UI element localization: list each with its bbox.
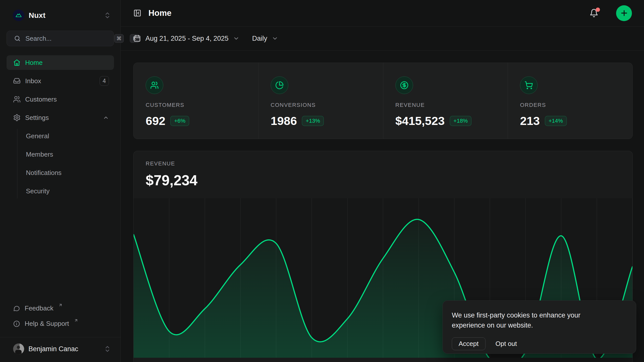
period-label: Daily	[252, 35, 267, 42]
shopping-cart-icon	[520, 76, 538, 94]
pie-chart-icon	[271, 76, 288, 94]
calendar-icon	[133, 35, 141, 42]
main-panel: Home Aug 21, 2025 - Sep 4, 2025 Daily	[121, 0, 644, 362]
sidebar-item-notifications[interactable]: Notifications	[26, 165, 114, 180]
stat-tile-conversions[interactable]: CONVERSIONS 1986 +13%	[258, 63, 383, 139]
sidebar-item-label: Home	[25, 59, 43, 67]
cookie-message: We use first-party cookies to enhance yo…	[452, 310, 603, 330]
sidebar-item-label: Help & Support	[25, 320, 69, 328]
external-link-icon	[58, 303, 63, 307]
chevrons-up-down-icon	[104, 12, 110, 19]
chevron-down-icon	[272, 35, 278, 42]
circle-dollar-icon	[395, 76, 413, 94]
revenue-chart-label: REVENUE	[146, 160, 620, 167]
stat-delta-badge: +13%	[302, 116, 324, 126]
sidebar-item-home[interactable]: Home	[7, 55, 114, 70]
sidebar-item-customers[interactable]: Customers	[7, 92, 114, 107]
message-circle-icon	[13, 305, 20, 312]
sidebar-item-settings[interactable]: Settings	[7, 110, 114, 125]
stats-card: CUSTOMERS 692 +6% CONVERSIONS 1986 +13%	[133, 63, 633, 139]
settings-subnav: General Members Notifications Security	[17, 129, 114, 198]
sidebar-item-feedback[interactable]: Feedback	[7, 301, 114, 316]
add-button[interactable]	[616, 5, 632, 21]
sidebar-item-label: Feedback	[25, 304, 53, 312]
stat-tile-customers[interactable]: CUSTOMERS 692 +6%	[134, 63, 258, 139]
stat-delta-badge: +14%	[545, 116, 567, 126]
inbox-icon	[13, 77, 21, 85]
date-range-picker[interactable]: Aug 21, 2025 - Sep 4, 2025	[133, 35, 239, 42]
sub-item-label: General	[26, 132, 49, 140]
stat-value: $415,523	[395, 114, 445, 128]
stat-label: CUSTOMERS	[146, 102, 246, 108]
revenue-chart-value: $79,234	[146, 172, 620, 189]
gear-icon	[13, 114, 21, 121]
sub-item-label: Members	[26, 151, 53, 158]
inbox-count-badge: 4	[100, 76, 109, 86]
home-icon	[13, 59, 21, 66]
sub-item-label: Security	[26, 187, 50, 195]
chevron-down-icon	[233, 35, 239, 42]
accept-button[interactable]: Accept	[452, 337, 486, 350]
sidebar: Nuxt ⌘ K Home	[0, 0, 121, 362]
sidebar-item-members[interactable]: Members	[26, 147, 114, 162]
sidebar-item-label: Customers	[25, 96, 57, 103]
page-header: Home	[121, 0, 644, 27]
sub-item-label: Notifications	[26, 169, 62, 177]
stat-value: 213	[520, 114, 540, 128]
search-input[interactable]	[25, 35, 110, 42]
info-circle-icon	[13, 320, 20, 327]
external-link-icon	[74, 318, 78, 323]
sidebar-nav: Home Inbox 4 Customers	[7, 55, 114, 202]
workspace-switcher[interactable]: Nuxt	[7, 10, 114, 21]
avatar	[13, 343, 24, 354]
chevron-up-icon	[103, 115, 109, 121]
cookie-banner: We use first-party cookies to enhance yo…	[442, 300, 636, 354]
stat-delta-badge: +18%	[450, 116, 472, 126]
stat-delta-badge: +6%	[170, 116, 189, 126]
search-bar[interactable]: ⌘ K	[7, 31, 114, 46]
page-title: Home	[148, 8, 582, 18]
stat-tile-orders[interactable]: ORDERS 213 +14%	[508, 63, 632, 139]
users-icon	[146, 76, 163, 94]
sidebar-item-label: Inbox	[25, 77, 41, 85]
stat-value: 1986	[271, 114, 297, 128]
date-range-label: Aug 21, 2025 - Sep 4, 2025	[145, 35, 228, 42]
stat-label: REVENUE	[395, 102, 496, 108]
chevrons-up-down-icon	[104, 345, 110, 353]
sidebar-item-inbox[interactable]: Inbox 4	[7, 74, 114, 88]
collapse-sidebar-icon[interactable]	[133, 9, 141, 17]
stat-value: 692	[146, 114, 165, 128]
user-menu[interactable]: Benjamin Canac	[7, 337, 114, 354]
users-icon	[13, 96, 21, 103]
notifications-bell-icon[interactable]	[589, 9, 598, 18]
user-name: Benjamin Canac	[28, 345, 100, 353]
sidebar-item-security[interactable]: Security	[26, 184, 114, 198]
stat-label: CONVERSIONS	[271, 102, 371, 108]
nuxt-logo	[13, 10, 24, 21]
workspace-name: Nuxt	[29, 11, 100, 20]
revenue-chart-header: REVENUE $79,234	[134, 151, 632, 189]
sidebar-item-label: Settings	[25, 114, 49, 122]
period-select[interactable]: Daily	[252, 35, 278, 42]
search-icon	[14, 35, 21, 42]
opt-out-button[interactable]: Opt out	[496, 340, 517, 348]
filters-toolbar: Aug 21, 2025 - Sep 4, 2025 Daily	[121, 27, 644, 51]
stat-label: ORDERS	[520, 102, 620, 108]
sidebar-item-general[interactable]: General	[26, 129, 114, 143]
sidebar-item-help-support[interactable]: Help & Support	[7, 317, 114, 331]
notification-dot	[596, 8, 600, 12]
stat-tile-revenue[interactable]: REVENUE $415,523 +18%	[383, 63, 508, 139]
